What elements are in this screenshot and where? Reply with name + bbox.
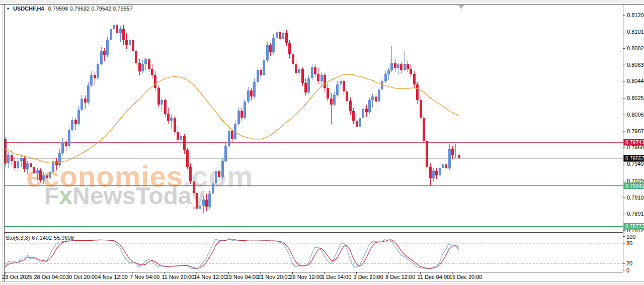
stochastic-plot-area[interactable]: [5, 234, 623, 272]
collapse-indicator-icon[interactable]: ▼: [6, 7, 10, 11]
symbol-period-label: USDCHF,H4: [13, 6, 44, 12]
mt4-chart-window: economies.com FxNewsToday 0.812050.81015…: [0, 0, 644, 285]
ohlc-values: 0.79598 0.79632 0.79542 0.79557: [48, 6, 133, 12]
main-plot-area[interactable]: [5, 5, 623, 232]
bottom-frame-strip: [0, 282, 644, 285]
indicator-name: Sto(5,3,3): [6, 235, 30, 241]
indicator-signal-value: 55.9608: [54, 235, 74, 241]
time-axis-scale-area[interactable]: [5, 272, 623, 281]
stochastic-indicator-label: Sto(5,3,3)67.140255.9608: [6, 235, 76, 241]
chart-canvas[interactable]: 0.812050.810150.808250.806350.804450.802…: [0, 0, 644, 285]
price-axis-scale-area[interactable]: [623, 5, 644, 272]
indicator-main-value: 67.1402: [32, 235, 52, 241]
chart-title: ▼USDCHF,H40.79598 0.79632 0.79542 0.7955…: [6, 6, 133, 12]
top-frame-strip: [0, 0, 644, 4]
